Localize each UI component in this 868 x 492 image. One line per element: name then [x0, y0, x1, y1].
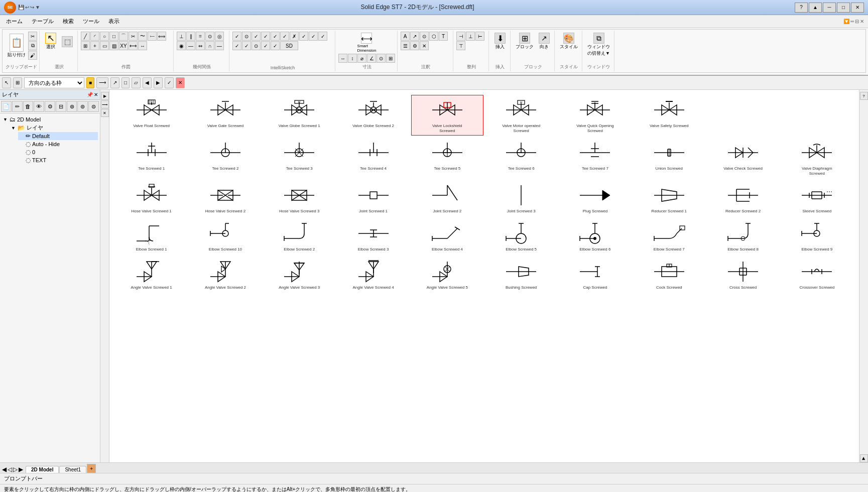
- tab-add-icon[interactable]: +: [87, 464, 96, 473]
- symbol-joint2[interactable]: Joint Screwed 2: [411, 180, 483, 216]
- sidebar-tool-more1[interactable]: ⊛: [67, 101, 77, 112]
- parallel-button[interactable]: ∥: [186, 32, 195, 41]
- menu-search[interactable]: 検索: [59, 17, 78, 26]
- cut-button[interactable]: ✂: [28, 32, 37, 41]
- symbol-bushing-screwed[interactable]: Bushing Screwed: [485, 257, 557, 293]
- ann7-button[interactable]: ⚙: [410, 41, 419, 50]
- is15-button[interactable]: ✓: [271, 41, 280, 50]
- symbol-elbow5[interactable]: Elbow Screwed 5: [485, 218, 557, 255]
- line-button[interactable]: ╱: [81, 32, 90, 41]
- symbol-reducer2[interactable]: Reducer Screwed 2: [707, 180, 779, 216]
- symbol-valve-check-screwed[interactable]: Valve Check Screwed: [707, 138, 779, 178]
- window-switch-button[interactable]: ⧉ ウィンドウの切替え▼: [585, 32, 612, 58]
- symbol-angle-valve2[interactable]: Angle Valve Screwed 2: [189, 257, 261, 293]
- symbol-valve-diaphragm-screwed[interactable]: Valve Diaphragm Screwed: [781, 138, 853, 178]
- tree-item-text[interactable]: ◌ TEXT: [18, 156, 98, 164]
- symbol-angle-valve1[interactable]: Angle Valve Screwed 1: [115, 257, 187, 293]
- cmd-rect2-btn[interactable]: ▱: [132, 77, 141, 88]
- symbol-elbow6[interactable]: Elbow Screwed 6: [559, 218, 631, 255]
- align3-button[interactable]: ⊢: [475, 32, 484, 41]
- dim2-button[interactable]: ↕: [348, 54, 357, 63]
- extend-button[interactable]: ↔: [138, 41, 147, 50]
- symbol-elbow4[interactable]: Elbow Screwed 4: [411, 218, 483, 255]
- symbol-tee-screwed5[interactable]: Tee Screwed 5: [411, 138, 483, 178]
- dim5-button[interactable]: ⊙: [377, 54, 386, 63]
- symbol-valve-globe-screwed1[interactable]: M Valve Globe Screwed 1: [264, 95, 335, 136]
- sidebar-tool-delete[interactable]: 🗑: [23, 101, 34, 112]
- align4-button[interactable]: ⊤: [456, 41, 465, 50]
- symbol-tee-screwed4[interactable]: Tee Screwed 4: [337, 138, 409, 178]
- symbol-valve-quick-screwed[interactable]: Valve Quick Opening Screwed: [559, 95, 631, 136]
- is9-button[interactable]: ✓: [309, 32, 318, 41]
- align1-button[interactable]: ⊣: [456, 32, 465, 41]
- ribbon-collapse-button[interactable]: ▲: [809, 3, 822, 13]
- trim-button[interactable]: ✂: [129, 32, 138, 41]
- sidebar-tool-filter[interactable]: ⊟: [56, 101, 66, 112]
- symbol-valve-motor-screwed[interactable]: M Valve Motor operated Screwed: [485, 95, 557, 136]
- menu-view[interactable]: 表示: [104, 17, 123, 26]
- cmd-select-tool[interactable]: ↖: [2, 77, 11, 88]
- is13-button[interactable]: ⊙: [252, 41, 261, 50]
- sidebar-pin-btn[interactable]: 📌: [87, 92, 93, 97]
- symbol-crossover-screwed[interactable]: Crossover Screwed: [781, 257, 853, 293]
- region-button[interactable]: ▭: [100, 41, 109, 50]
- is8-button[interactable]: ✓: [299, 32, 308, 41]
- cmd-close-btn[interactable]: ✕: [176, 77, 185, 88]
- block-button[interactable]: ⊞ ブロック: [514, 32, 536, 51]
- tree-item-default[interactable]: ✏ Default: [18, 132, 98, 140]
- is7-button[interactable]: ✗: [290, 32, 299, 41]
- symbol-tee-screwed1[interactable]: Tee Screwed 1: [115, 138, 187, 178]
- left-tool-2[interactable]: ⟶: [101, 100, 109, 108]
- is10-button[interactable]: ✓: [318, 32, 327, 41]
- connect-button[interactable]: ∩: [205, 41, 214, 50]
- ann4-button[interactable]: ⬡: [429, 32, 438, 41]
- fillet-button[interactable]: ⌒: [119, 32, 128, 41]
- ann5-button[interactable]: T: [439, 32, 448, 41]
- cmd-prev-btn[interactable]: ◀: [143, 77, 152, 88]
- sidebar-tool-new[interactable]: 📄: [1, 101, 12, 112]
- symbol-sleeve-screwed[interactable]: Sleeve Screwed: [781, 180, 853, 216]
- frame-type-select[interactable]: 方向のある枠: [24, 77, 84, 88]
- cmd-grid-btn[interactable]: ⊞: [13, 77, 22, 88]
- right-tool-1[interactable]: ?: [860, 92, 868, 100]
- symbol-elbow10[interactable]: Elbow Screwed 10: [189, 218, 261, 255]
- symbol-tee-screwed3[interactable]: Tee Screwed 3: [264, 138, 335, 178]
- array-button[interactable]: ⊞: [81, 41, 90, 50]
- is2-button[interactable]: ⊙: [242, 32, 251, 41]
- cmd-color-btn[interactable]: ■: [86, 77, 94, 88]
- sidebar-close-btn[interactable]: ✕: [94, 92, 98, 97]
- equal-button[interactable]: =: [196, 32, 205, 41]
- symbol-plug-screwed[interactable]: Plug Screwed: [559, 180, 631, 216]
- spline-button[interactable]: 〜: [138, 32, 147, 41]
- symbol-elbow8[interactable]: Elbow Screwed 8: [707, 218, 779, 255]
- select2-button[interactable]: ⬚: [59, 35, 75, 48]
- dim4-button[interactable]: ∠: [367, 54, 376, 63]
- sidebar-tool-settings[interactable]: ⚙: [45, 101, 55, 112]
- maximize-button[interactable]: □: [837, 3, 850, 13]
- symbol-joint3[interactable]: Joint Screwed 3: [485, 180, 557, 216]
- ann6-button[interactable]: ☰: [401, 41, 410, 50]
- symbol-joint1[interactable]: Joint Screwed 1: [337, 180, 409, 216]
- move-button[interactable]: ⟷: [129, 41, 138, 50]
- sidebar-tool-more3[interactable]: ⊜: [88, 101, 99, 112]
- format-painter-button[interactable]: 🖌: [28, 51, 37, 60]
- symbol-cap-screwed[interactable]: Cap Screwed: [559, 257, 631, 293]
- symbol-union-screwed[interactable]: Union Screwed: [633, 138, 705, 178]
- symbol-valve-gate-screwed[interactable]: Valve Gate Screwed: [189, 95, 261, 136]
- symbol-tee-screwed7[interactable]: Tee Screwed 7: [559, 138, 631, 178]
- rect-button[interactable]: □: [109, 32, 118, 41]
- cmd-check-btn[interactable]: ✓: [165, 77, 174, 88]
- is12-button[interactable]: ✓: [242, 41, 251, 50]
- symbol-elbow9[interactable]: Elbow Screwed 9: [781, 218, 853, 255]
- symbol-valve-globe-screwed2[interactable]: Valve Globe Screwed 2: [337, 95, 409, 136]
- tab-2d-model[interactable]: 2D Model: [26, 466, 59, 473]
- symbol-elbow2[interactable]: Elbow Screwed 2: [264, 218, 335, 255]
- dim6-button[interactable]: ⊞: [386, 54, 395, 63]
- is1-button[interactable]: ✓: [232, 32, 241, 41]
- symbol-valve-safety-screwed[interactable]: Valve Safety Screwed: [633, 95, 705, 136]
- offset-button[interactable]: ⟝: [148, 32, 157, 41]
- concentric-button[interactable]: ◉: [177, 41, 186, 50]
- cmd-rect-btn[interactable]: □: [121, 77, 130, 88]
- tab-sheet1[interactable]: Sheet1: [59, 466, 86, 473]
- left-tool-3[interactable]: ✕: [101, 109, 109, 117]
